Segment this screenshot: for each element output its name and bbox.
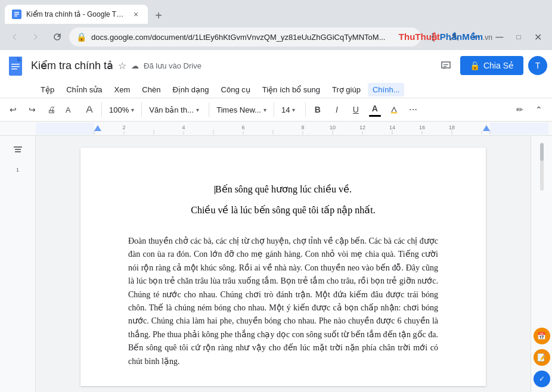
bold-button[interactable]: B (309, 101, 326, 118)
forward-button[interactable] (26, 27, 45, 46)
menu-edit[interactable]: Chỉnh sửa (61, 83, 107, 97)
font-select[interactable]: Times New... ▾ (213, 101, 270, 118)
svg-text:8: 8 (301, 125, 304, 130)
menu-tools[interactable]: Công cụ (216, 83, 255, 97)
address-bar: 🔒 docs.google.com/document/d/1LtEy6hKtGv… (0, 24, 552, 50)
share-button[interactable]: 🔒 Chia Sẻ (460, 56, 523, 75)
document-heading1: Bến sông quê hương lúc chiều về. (128, 183, 438, 195)
svg-rect-19 (391, 112, 397, 114)
calendar-icon[interactable]: 📅 (534, 328, 550, 344)
menu-view[interactable]: Xem (110, 83, 135, 97)
svg-point-7 (452, 33, 456, 37)
docs-logo (5, 55, 26, 76)
svg-point-9 (475, 36, 476, 38)
zoom-select[interactable]: 100% ▾ (106, 101, 138, 118)
svg-text:10: 10 (330, 125, 336, 130)
check-icon[interactable]: ✓ (534, 371, 550, 387)
svg-point-10 (477, 36, 479, 38)
text-color-button[interactable]: A (367, 101, 383, 118)
document-area[interactable]: Bến sông quê hương lúc chiều về. Chiều v… (36, 136, 531, 392)
docs-topbar-right: 🔒 Chia Sẻ T (436, 56, 547, 75)
document-heading2: Chiều về là lúc bến sông quê tôi tấp nập… (128, 204, 438, 216)
url-bar[interactable]: 🔒 docs.google.com/document/d/1LtEy6hKtGv… (69, 27, 421, 46)
svg-point-6 (432, 39, 434, 41)
profile-button[interactable] (445, 27, 464, 46)
print-button[interactable]: 🖨 (43, 101, 60, 118)
outline-icon[interactable] (8, 141, 27, 160)
document-title[interactable]: Kiểm tra chính tả (31, 59, 113, 72)
scroll-track[interactable] (540, 143, 544, 191)
comment-button[interactable] (436, 56, 455, 75)
svg-point-8 (473, 36, 474, 38)
toolbar-divider-4 (274, 102, 274, 117)
left-sidebar: 1 (0, 136, 36, 392)
menu-spell[interactable]: Chính... (368, 83, 405, 97)
paint-format-button[interactable]: A (62, 101, 79, 118)
maximize-button[interactable]: □ (509, 27, 528, 46)
ruler: 2 4 6 8 10 12 14 16 18 (0, 122, 552, 136)
underline-button[interactable]: U (348, 101, 364, 118)
chrome-menu-button[interactable] (466, 27, 485, 46)
svg-text:6: 6 (241, 125, 244, 130)
toolbar-divider-3 (209, 102, 209, 117)
new-tab-button[interactable]: + (150, 7, 167, 24)
minimize-button[interactable]: ─ (490, 27, 509, 46)
svg-rect-14 (11, 66, 20, 67)
window-close-button[interactable]: ✕ (528, 27, 547, 46)
svg-rect-16 (444, 64, 448, 65)
svg-rect-49 (14, 147, 22, 148)
style-select[interactable]: Văn bản th... ▾ (145, 101, 205, 118)
toolbar: ↩ ↪ 🖨 A 100% ▾ Văn bản th... ▾ Times New… (0, 98, 552, 122)
font-chevron-icon: ▾ (263, 107, 266, 113)
tab-close-button[interactable]: × (131, 10, 141, 19)
svg-rect-15 (11, 69, 17, 70)
drive-icon: ☁ (131, 61, 139, 70)
tab-title: Kiểm tra chính tả - Google Tài liệ... (26, 10, 126, 18)
redo-button[interactable]: ↪ (24, 101, 41, 118)
toolbar-divider-5 (305, 102, 306, 117)
refresh-button[interactable] (48, 27, 67, 46)
italic-button[interactable]: I (328, 101, 345, 118)
format-clear-button[interactable] (81, 101, 98, 118)
svg-point-4 (432, 36, 434, 38)
star-button[interactable]: ☆ (118, 60, 126, 71)
font-size-select[interactable]: 14 ▾ (278, 101, 302, 118)
more-button[interactable]: ⋯ (405, 101, 421, 118)
menu-file[interactable]: Tệp (36, 83, 59, 97)
document-body[interactable]: Đoàn thuyền chở các bà, các chị từ chợ h… (128, 235, 438, 368)
svg-text:2: 2 (122, 125, 125, 130)
svg-rect-21 (36, 123, 94, 135)
document-page[interactable]: Bến sông quê hương lúc chiều về. Chiều v… (80, 148, 486, 386)
scroll-thumb[interactable] (540, 143, 544, 161)
toolbar-divider-1 (101, 102, 102, 117)
menu-bar: Tệp Chỉnh sửa Xem Chèn Định dạng Công cụ… (0, 81, 552, 98)
edit-mode-button[interactable]: ✏ (511, 101, 528, 118)
active-tab[interactable]: Kiểm tra chính tả - Google Tài liệ... × (5, 5, 148, 24)
user-avatar[interactable]: T (528, 56, 547, 75)
note-icon[interactable]: 📝 (534, 349, 550, 366)
undo-button[interactable]: ↩ (5, 101, 21, 118)
toolbar-divider-2 (141, 102, 142, 117)
menu-addons[interactable]: Tiện ích bổ sung (258, 83, 325, 97)
svg-text:14: 14 (389, 125, 395, 130)
svg-rect-2 (14, 14, 19, 15)
svg-rect-1 (14, 12, 19, 13)
tab-bar: Kiểm tra chính tả - Google Tài liệ... × … (0, 0, 552, 24)
tab-favicon (12, 10, 21, 19)
back-button[interactable] (5, 27, 24, 46)
svg-rect-51 (15, 151, 21, 153)
extensions-button[interactable] (423, 27, 442, 46)
svg-rect-17 (444, 66, 446, 67)
docs-title-area: Kiểm tra chính tả ☆ ☁ Đã lưu vào Drive (31, 59, 432, 72)
svg-rect-20 (36, 123, 548, 135)
menu-help[interactable]: Trợ giúp (327, 83, 365, 97)
share-lock-icon: 🔒 (470, 61, 480, 70)
svg-rect-13 (11, 64, 20, 65)
menu-format[interactable]: Định dạng (168, 83, 213, 97)
lock-icon: 🔒 (76, 32, 86, 42)
menu-insert[interactable]: Chèn (137, 83, 165, 97)
chevron-up-icon[interactable]: ⌃ (531, 101, 547, 118)
svg-text:16: 16 (419, 125, 425, 130)
highlight-button[interactable] (386, 101, 402, 118)
svg-rect-3 (14, 15, 17, 17)
